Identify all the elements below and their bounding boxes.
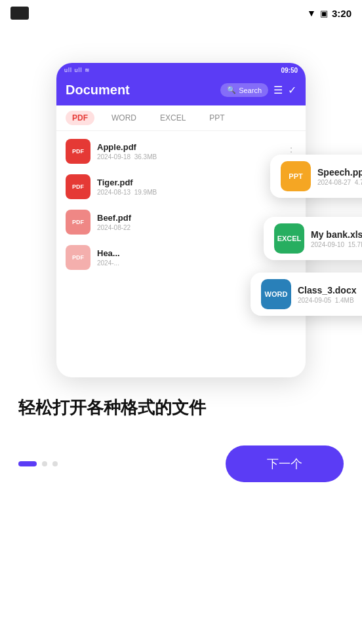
check-icon[interactable]: ✓ (288, 84, 296, 96)
more-icon[interactable]: ⋮ (286, 145, 296, 158)
tab-ppt[interactable]: PPT (203, 111, 231, 125)
file-name: Apple.pdf (97, 142, 279, 152)
app-header: Document 🔍 Search ☰ ✓ (56, 77, 306, 105)
file-meta: 2024-08-13 19.9MB (97, 189, 296, 196)
app-title: Document (66, 83, 130, 98)
dot-inactive (42, 461, 47, 466)
file-info: Tiger.pdf 2024-08-13 19.9MB (97, 178, 296, 196)
pdf-icon: PDF (66, 174, 90, 199)
status-bar: ▼ ▣ 3:20 (0, 0, 362, 24)
fc-info: Speech.pptx 2024-08-27 4.7MB (317, 167, 362, 186)
file-name: Tiger.pdf (97, 178, 296, 187)
fc-name: Class_3.docx (298, 285, 357, 295)
file-name: Hea... (97, 248, 296, 258)
file-info: Hea... 2024-... (97, 248, 296, 267)
battery-icon: ▣ (320, 9, 328, 18)
tab-pdf[interactable]: PDF (66, 111, 94, 125)
file-item[interactable]: PDF Hea... 2024-... (56, 240, 306, 275)
fc-meta: 2024-08-27 4.7MB (317, 179, 362, 186)
pdf-icon: PDF (66, 210, 90, 235)
search-label: Search (239, 86, 262, 94)
inner-status-bar: ull ull ≋ 09:50 (56, 63, 306, 77)
time-display: 3:20 (332, 8, 352, 19)
next-button[interactable]: 下一个 (226, 445, 344, 482)
search-box[interactable]: 🔍 Search (220, 83, 268, 97)
file-meta: 2024-... (97, 259, 296, 267)
pdf-icon: PDF (66, 139, 90, 164)
header-actions: 🔍 Search ☰ ✓ (220, 83, 296, 97)
file-meta: 2024-08-22 (97, 224, 296, 231)
dot-active (18, 461, 37, 466)
fc-name: Speech.pptx (317, 167, 362, 178)
inner-signal: ull ull ≋ (64, 67, 90, 73)
bottom-controls: 下一个 (18, 445, 344, 482)
file-info: Beef.pdf 2024-08-22 (97, 213, 296, 231)
phone-screen: ull ull ≋ 09:50 Document 🔍 Search ☰ ✓ PD… (56, 63, 306, 377)
sort-icon[interactable]: ☰ (273, 84, 283, 96)
file-item[interactable]: PDF Tiger.pdf 2024-08-13 19.9MB (56, 169, 306, 204)
pagination-dots (18, 461, 58, 466)
tab-word[interactable]: WORD (105, 111, 143, 125)
fc-info: My bank.xlsx 2024-09-10 15.7MB (311, 229, 362, 248)
file-list: PDF Apple.pdf 2024-09-18 36.3MB ⋮ PDF Ti… (56, 131, 306, 278)
file-info: Apple.pdf 2024-09-18 36.3MB (97, 142, 279, 161)
file-meta: 2024-09-18 36.3MB (97, 153, 279, 161)
tab-bar: PDF WORD EXCEL PPT (56, 105, 306, 131)
app-icon (10, 7, 29, 20)
fc-info: Class_3.docx 2024-09-05 1.4MB (298, 285, 357, 304)
wifi-icon: ▼ (307, 8, 316, 18)
search-icon: 🔍 (227, 86, 236, 94)
fc-meta: 2024-09-05 1.4MB (298, 297, 357, 304)
status-right: ▼ ▣ 3:20 (307, 8, 352, 19)
pdf-icon: PDF (66, 245, 90, 270)
file-item[interactable]: PDF Beef.pdf 2024-08-22 (56, 204, 306, 240)
dot-inactive (52, 461, 58, 466)
file-item[interactable]: PDF Apple.pdf 2024-09-18 36.3MB ⋮ (56, 134, 306, 169)
fc-name: My bank.xlsx (311, 229, 362, 240)
inner-time: 09:50 (281, 67, 298, 74)
tab-excel[interactable]: EXCEL (153, 111, 192, 125)
file-name: Beef.pdf (97, 213, 296, 223)
fc-meta: 2024-09-10 15.7MB (311, 241, 362, 248)
mockup-container: ull ull ≋ 09:50 Document 🔍 Search ☰ ✓ PD… (0, 24, 362, 417)
